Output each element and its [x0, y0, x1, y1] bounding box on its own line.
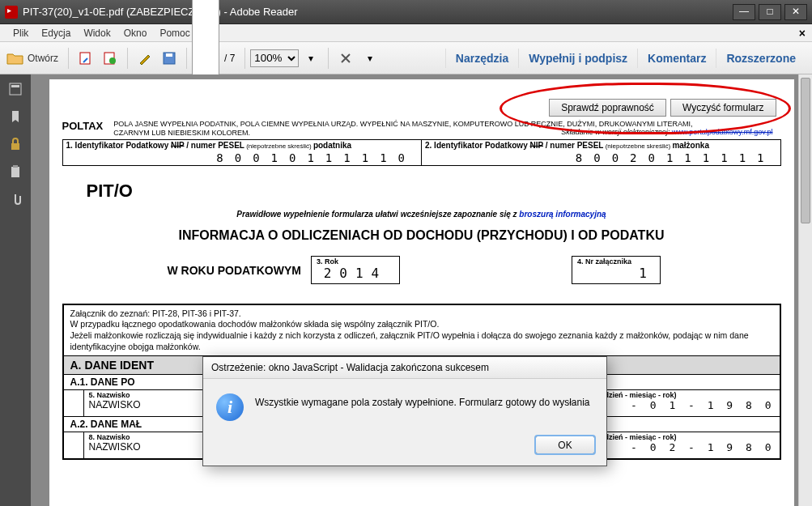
- dialog-ok-button[interactable]: OK: [535, 436, 595, 454]
- id1-value[interactable]: 80010111110: [66, 150, 419, 164]
- sidebar: [0, 74, 31, 506]
- tools-panel-button[interactable]: Narzędzia: [445, 49, 518, 68]
- save-icon[interactable]: [159, 49, 179, 68]
- rok-label: W ROKU PODATKOWYM: [168, 256, 301, 277]
- maximize-button[interactable]: □: [759, 4, 781, 20]
- submission-portal-link[interactable]: www.portalpodatkowy.mf.gov.pl: [672, 128, 773, 136]
- app-icon: [5, 6, 18, 19]
- poltax-label: POLTAX: [62, 120, 104, 132]
- bookmarks-icon[interactable]: [7, 108, 23, 125]
- open-label: Otwórz: [28, 53, 58, 64]
- close-button[interactable]: ✕: [784, 4, 807, 20]
- javascript-warning-dialog: Ostrzeżenie: okno JavaScript - Walidacja…: [202, 356, 607, 466]
- toolbar: Otwórz / 7 100% ▾ ▾ Narzędzia Wypełnij i…: [0, 42, 812, 74]
- dialog-text: Wszystkie wymagane pola zostały wypełnio…: [255, 393, 590, 408]
- fill-sign-panel-button[interactable]: Wypełnij i podpisz: [518, 49, 637, 68]
- comment-panel-button[interactable]: Komentarz: [637, 49, 716, 68]
- svg-rect-4: [166, 53, 172, 57]
- menu-edycja[interactable]: Edycja: [35, 26, 77, 40]
- broszura-line: Prawidłowe wypełnienie formularza ułatwi…: [62, 210, 781, 219]
- extended-panel-button[interactable]: Rozszerzone: [716, 49, 806, 68]
- info-icon: i: [216, 393, 244, 421]
- page-total: / 7: [224, 53, 235, 64]
- window-title: PIT-37(20)_v1-0E.pdf (ZABEZPIECZONE) - A…: [23, 6, 729, 18]
- menu-plik[interactable]: Plik: [6, 26, 35, 40]
- document-close-button[interactable]: ×: [799, 27, 806, 40]
- box-3-rok[interactable]: 3. Rok 2014: [311, 256, 400, 284]
- svg-rect-8: [11, 167, 19, 177]
- folder-open-icon: [6, 51, 24, 66]
- secure-lock-icon[interactable]: [7, 136, 23, 152]
- svg-rect-0: [80, 53, 90, 64]
- minimize-button[interactable]: —: [733, 4, 755, 20]
- box-4-nr-zalacznika[interactable]: 4. Nr załącznika 1: [572, 256, 661, 284]
- form-title: PIT/O: [87, 181, 781, 202]
- id1-label: 1. Identyfikator Podatkowy NIP / numer P…: [66, 141, 419, 150]
- menubar: Plik Edycja Widok Okno Pomoc ×: [0, 24, 812, 42]
- read-mode-icon[interactable]: [336, 49, 355, 68]
- id2-value[interactable]: 80020111111: [425, 150, 777, 164]
- menu-okno[interactable]: Okno: [117, 26, 154, 40]
- form-heading: INFORMACJA O ODLICZENIACH OD DOCHODU (PR…: [62, 228, 781, 243]
- export-pdf-icon[interactable]: [76, 49, 96, 68]
- clipboard-icon[interactable]: [7, 164, 23, 180]
- dialog-title: Ostrzeżenie: okno JavaScript - Walidacja…: [203, 357, 606, 379]
- svg-point-2: [109, 57, 116, 64]
- broszura-link[interactable]: broszurą informacyjną: [519, 210, 606, 219]
- open-button[interactable]: Otwórz: [6, 51, 58, 66]
- check-validity-button[interactable]: Sprawdź poprawność: [549, 99, 666, 117]
- svg-rect-7: [11, 143, 19, 150]
- attachments-icon[interactable]: [7, 191, 23, 207]
- window-titlebar: PIT-37(20)_v1-0E.pdf (ZABEZPIECZONE) - A…: [0, 0, 812, 24]
- clear-form-button[interactable]: Wyczyść formularz: [670, 99, 776, 117]
- zoom-dropdown-icon[interactable]: ▾: [301, 49, 321, 68]
- svg-rect-6: [11, 85, 19, 87]
- thumbnails-icon[interactable]: [7, 81, 23, 97]
- menu-widok[interactable]: Widok: [77, 26, 117, 40]
- vertical-scrollbar[interactable]: [798, 74, 812, 506]
- zoom-select[interactable]: 100%: [250, 49, 299, 67]
- menu-pomoc[interactable]: Pomoc: [153, 26, 196, 40]
- convert-pdf-icon[interactable]: [100, 49, 120, 68]
- id2-label: 2. Identyfikator Podatkowy NIP / numer P…: [425, 141, 777, 150]
- sign-icon[interactable]: [135, 49, 155, 68]
- attachment-note: Załącznik do zeznań: PIT-28, PIT-36 i PI…: [64, 305, 780, 356]
- identifier-table: 1. Identyfikator Podatkowy NIP / numer P…: [62, 139, 781, 166]
- scrollbar-thumb[interactable]: [801, 78, 810, 223]
- read-mode-dropdown-icon[interactable]: ▾: [360, 49, 380, 68]
- svg-rect-9: [13, 165, 18, 168]
